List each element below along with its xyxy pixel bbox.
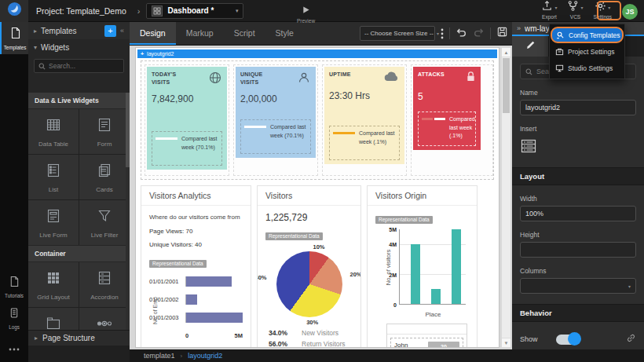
export-button[interactable]: Export bbox=[541, 2, 557, 20]
more-options-button[interactable] bbox=[0, 334, 28, 360]
undo-button[interactable] bbox=[456, 27, 467, 41]
link-icon bbox=[626, 332, 636, 346]
x-axis-tick: 0 bbox=[185, 332, 188, 339]
representational-data-badge: Representational Data bbox=[375, 216, 433, 224]
dashboard-panels-row: Visitors Analytics Where do our visitors… bbox=[141, 185, 494, 348]
widget-tile-data-table[interactable]: Data Table bbox=[28, 109, 79, 154]
widget-tile-live-filter[interactable]: Live Filter bbox=[79, 200, 130, 245]
menu-item-project-settings[interactable]: Project Settings bbox=[550, 43, 624, 60]
accordion-icon bbox=[96, 269, 113, 290]
widget-tile-grid-layout[interactable]: Grid Layout bbox=[28, 262, 79, 307]
tab-design[interactable]: Design bbox=[130, 22, 176, 45]
user-avatar[interactable]: JS bbox=[622, 4, 638, 20]
show-toggle[interactable] bbox=[556, 335, 580, 345]
widget-tile-cards[interactable]: Cards bbox=[79, 155, 130, 199]
app-logo[interactable] bbox=[0, 0, 28, 22]
selected-widget-header[interactable]: layoutgrid2 bbox=[137, 49, 497, 58]
breadcrumb-template1[interactable]: template1 bbox=[144, 352, 175, 360]
stat-card-unique-visits[interactable]: UNIQUE VISITS 2,00,000 Compared last wee… bbox=[236, 67, 316, 158]
widget-tile-wizard[interactable]: Wizard bbox=[79, 308, 130, 330]
bar-row: 01/01/2001 bbox=[149, 276, 243, 287]
add-template-button[interactable] bbox=[104, 25, 116, 37]
rail-item-templates[interactable]: Templates bbox=[0, 22, 28, 54]
table-row[interactable]: John Doe 20 bbox=[390, 338, 463, 348]
redo-button[interactable] bbox=[473, 27, 485, 41]
wavemaker-logo-icon bbox=[7, 2, 22, 20]
name-field[interactable] bbox=[520, 100, 636, 115]
panel-title: Visitors Analytics bbox=[141, 186, 251, 206]
stat-card-todays-visits[interactable]: TODAY'S VISITS 7,842,900 Compared last w… bbox=[147, 67, 227, 170]
project-settings-icon bbox=[555, 47, 564, 56]
canvas-scrollbar[interactable]: ▲ ▼ bbox=[501, 47, 511, 348]
representational-data-badge: Representational Data bbox=[149, 260, 207, 268]
tab-properties[interactable] bbox=[512, 36, 548, 57]
widget-tile-form[interactable]: Form bbox=[79, 109, 130, 154]
live-filter-icon bbox=[96, 207, 113, 228]
pie-slice-label: 30% bbox=[306, 319, 318, 326]
canvas-page[interactable]: layoutgrid2 TODAY'S VISITS 7,842,900 Com… bbox=[135, 47, 499, 348]
rail-item-tutorials[interactable]: Tutorials bbox=[0, 271, 28, 302]
progress-bar bbox=[156, 137, 177, 140]
widget-search bbox=[34, 59, 124, 73]
scroll-down-icon[interactable]: ▼ bbox=[502, 338, 510, 347]
width-field[interactable] bbox=[520, 206, 636, 221]
tab-style[interactable]: Style bbox=[265, 22, 304, 45]
menu-item-config-templates[interactable]: Config Templates bbox=[551, 27, 624, 43]
tab-markup[interactable]: Markup bbox=[176, 22, 224, 45]
pie-slice-label: 10% bbox=[313, 243, 325, 250]
templates-section-header[interactable]: Templates bbox=[28, 22, 130, 39]
widget-tile-tabs[interactable]: Tabs bbox=[28, 308, 79, 330]
tab-script[interactable]: Script bbox=[224, 22, 265, 45]
cloud-icon bbox=[384, 71, 400, 85]
redo-icon bbox=[473, 27, 485, 41]
more-actions-button[interactable] bbox=[441, 28, 444, 39]
page-structure-header[interactable]: Page Structure bbox=[28, 330, 130, 346]
visitors-panel[interactable]: Visitors 1,225,729 Representational Data… bbox=[257, 185, 361, 348]
widget-tile-accordion[interactable]: Accordion bbox=[79, 262, 130, 307]
widget-search-input[interactable] bbox=[49, 62, 119, 70]
visitors-analytics-panel[interactable]: Visitors Analytics Where do our visitors… bbox=[141, 185, 251, 348]
columns-dropdown[interactable] bbox=[520, 278, 636, 294]
save-button[interactable] bbox=[496, 26, 508, 41]
stat-card-uptime[interactable]: UPTIME 23:30 Hrs Compared last week (.1%… bbox=[324, 67, 404, 164]
user-icon bbox=[297, 71, 311, 88]
export-icon bbox=[541, 0, 553, 15]
preview-button[interactable]: Preview bbox=[297, 3, 315, 24]
pie-slice-label: 20% bbox=[349, 271, 360, 278]
widget-tile-list[interactable]: List bbox=[28, 155, 79, 199]
scroll-up-icon[interactable]: ▲ bbox=[502, 48, 510, 57]
vcs-button[interactable]: VCS bbox=[567, 2, 583, 20]
scrollbar-thumb[interactable] bbox=[503, 58, 510, 113]
collapse-panel-icon[interactable] bbox=[517, 24, 521, 32]
stat-card-attacks[interactable]: ATTACKS 5 Compared last week (.1%) bbox=[413, 67, 481, 150]
collapse-panel-icon[interactable] bbox=[120, 27, 124, 35]
collapsed-arrow-icon bbox=[34, 27, 37, 35]
chevron-down-icon bbox=[608, 5, 610, 10]
breadcrumb-layoutgrid2[interactable]: layoutgrid2 bbox=[188, 352, 222, 360]
globe-icon bbox=[208, 71, 222, 88]
widget-tile-live-form[interactable]: Live Form bbox=[28, 200, 79, 245]
rail-item-logs[interactable]: Logs bbox=[0, 302, 28, 334]
canvas-tabs: DesignMarkupScriptStyle bbox=[130, 22, 304, 45]
pie-slice-label: 40% bbox=[258, 274, 267, 281]
insert-rows-icon[interactable] bbox=[520, 138, 537, 154]
screen-size-dropdown[interactable]: -- Choose Screen Size -- bbox=[360, 26, 435, 41]
page-selector-dropdown[interactable]: Dashboard * bbox=[146, 3, 243, 19]
widgets-section-header[interactable]: Widgets bbox=[28, 39, 130, 55]
menu-item-studio-settings[interactable]: Studio Settings bbox=[550, 60, 624, 76]
activity-bar: Templates Tutorials Logs bbox=[0, 22, 28, 362]
search-icon bbox=[38, 59, 46, 73]
palette-groups: Data & Live WidgetsData TableFormListCar… bbox=[28, 93, 130, 330]
settings-button[interactable]: Settings bbox=[594, 2, 613, 20]
bind-property-button[interactable] bbox=[626, 332, 636, 346]
pencil-icon bbox=[525, 39, 536, 53]
height-field[interactable] bbox=[520, 242, 636, 258]
y-axis-label: No. of Emp bbox=[152, 297, 158, 324]
cards-icon bbox=[96, 162, 113, 182]
undo-icon bbox=[456, 27, 467, 41]
design-canvas: layoutgrid2 TODAY'S VISITS 7,842,900 Com… bbox=[130, 46, 512, 349]
visitors-origin-panel[interactable]: Visitors Origin Representational Data No… bbox=[367, 185, 478, 348]
breadcrumb-bar: template1 layoutgrid2 bbox=[130, 349, 644, 362]
chevron-down-icon bbox=[580, 5, 583, 10]
bar-row: 01/01/2002 bbox=[149, 294, 243, 305]
